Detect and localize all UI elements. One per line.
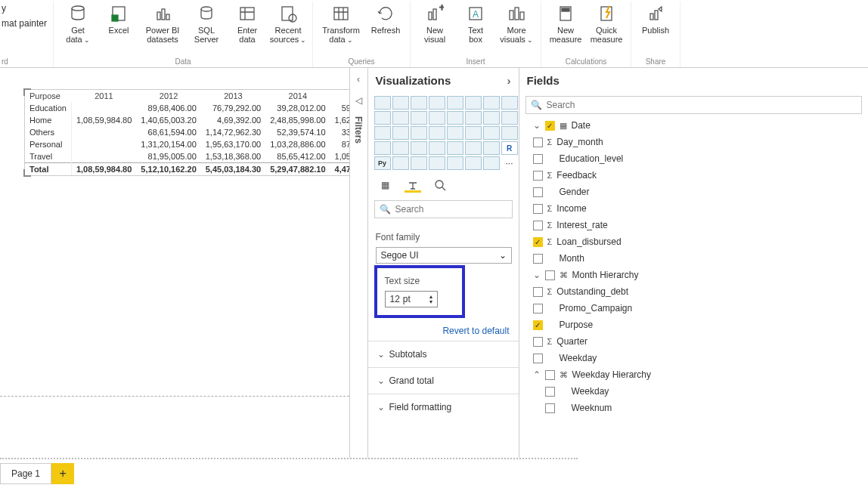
- viz-type-button[interactable]: [374, 141, 391, 155]
- checkbox-icon[interactable]: [533, 171, 543, 181]
- spinner-icon[interactable]: ▴▾: [429, 294, 432, 304]
- viz-type-button[interactable]: [483, 156, 500, 170]
- publish-button[interactable]: Publish: [637, 3, 674, 35]
- fields-tab-icon[interactable]: ▦: [377, 178, 394, 193]
- viz-type-button[interactable]: [483, 141, 500, 155]
- checkbox-icon[interactable]: [545, 403, 555, 413]
- add-page-button[interactable]: +: [51, 463, 74, 484]
- analytics-tab-icon[interactable]: [432, 178, 448, 193]
- viz-type-button[interactable]: [501, 111, 518, 125]
- field-formatting-accordion[interactable]: Field formatting: [368, 394, 519, 420]
- checkbox-icon[interactable]: [533, 304, 543, 313]
- field-item[interactable]: ΣQuarter: [519, 333, 869, 350]
- format-search-input[interactable]: [395, 204, 509, 215]
- viz-type-button[interactable]: [483, 111, 500, 125]
- format-painter-button-partial[interactable]: mat painter: [2, 18, 47, 29]
- copy-button-partial[interactable]: y: [2, 3, 6, 14]
- fields-search[interactable]: 🔍: [525, 96, 863, 114]
- fields-search-input[interactable]: [547, 100, 857, 110]
- checkbox-icon[interactable]: [533, 320, 543, 330]
- viz-type-button[interactable]: [465, 126, 482, 140]
- field-item[interactable]: ⌄⌘Month Hierarchy: [519, 267, 869, 283]
- field-item[interactable]: ⌄▦Date: [519, 117, 869, 134]
- viz-type-button[interactable]: [374, 126, 391, 140]
- selection-handle[interactable]: [23, 88, 31, 96]
- new-measure-button[interactable]: New measure: [547, 3, 584, 44]
- viz-type-button[interactable]: [411, 111, 427, 125]
- quick-measure-button[interactable]: Quick measure: [588, 3, 625, 44]
- field-item[interactable]: Purpose: [519, 317, 869, 333]
- viz-type-button[interactable]: [392, 156, 409, 170]
- viz-type-button[interactable]: [429, 126, 445, 140]
- viz-type-button[interactable]: [447, 156, 463, 170]
- transform-data-button[interactable]: Transform data: [319, 3, 363, 45]
- viz-type-button[interactable]: R: [501, 141, 518, 155]
- checkbox-icon[interactable]: [533, 221, 543, 230]
- format-search[interactable]: 🔍: [374, 200, 513, 218]
- checkbox-icon[interactable]: [545, 121, 555, 131]
- viz-type-button[interactable]: [501, 96, 518, 110]
- bookmark-icon[interactable]: ◁: [355, 95, 362, 106]
- report-canvas[interactable]: ↑ ↓ ↓↓ ⇊ ▽ ⛶ ··· Purpose2011201220132014…: [0, 68, 349, 458]
- field-item[interactable]: ΣOutstanding_debt: [519, 283, 869, 300]
- field-item[interactable]: Weekday: [519, 350, 869, 366]
- viz-type-button[interactable]: [429, 111, 445, 125]
- viz-type-button[interactable]: [483, 96, 500, 110]
- grand-total-accordion[interactable]: Grand total: [368, 367, 519, 394]
- viz-type-button[interactable]: [429, 156, 445, 170]
- viz-type-button[interactable]: [392, 96, 409, 110]
- viz-type-button[interactable]: [374, 96, 391, 110]
- sql-server-button[interactable]: SQL Server: [188, 3, 225, 45]
- page-tab[interactable]: Page 1: [0, 463, 51, 484]
- field-item[interactable]: ⌃⌘Weekday Hierarchy: [519, 366, 869, 383]
- viz-type-button[interactable]: Py: [374, 156, 391, 170]
- checkbox-icon[interactable]: [533, 237, 543, 247]
- checkbox-icon[interactable]: [533, 254, 543, 264]
- checkbox-icon[interactable]: [533, 204, 543, 214]
- viz-type-button[interactable]: [411, 156, 427, 170]
- refresh-button[interactable]: Refresh: [367, 3, 404, 45]
- checkbox-icon[interactable]: [533, 137, 543, 147]
- text-size-input[interactable]: 12 pt ▴▾: [385, 291, 438, 307]
- font-family-select[interactable]: Segoe UI ⌄: [376, 247, 512, 264]
- matrix-visual[interactable]: Purpose2011201220132014201520162017 Educ…: [24, 89, 349, 176]
- checkbox-icon[interactable]: [533, 154, 543, 164]
- text-box-button[interactable]: A Text box: [457, 3, 494, 45]
- viz-type-button[interactable]: [447, 96, 463, 110]
- viz-type-button[interactable]: [392, 141, 409, 155]
- more-visuals-button[interactable]: More visuals: [498, 3, 535, 45]
- viz-type-button[interactable]: [465, 141, 482, 155]
- field-item[interactable]: ΣFeedback: [519, 167, 869, 184]
- selection-handle[interactable]: [23, 169, 31, 177]
- viz-type-button[interactable]: [411, 96, 427, 110]
- checkbox-icon[interactable]: [533, 354, 543, 363]
- viz-type-button[interactable]: [392, 126, 409, 140]
- viz-type-button[interactable]: [374, 111, 391, 125]
- subtotals-accordion[interactable]: Subtotals: [368, 341, 519, 367]
- field-item[interactable]: ΣInterest_rate: [519, 217, 869, 233]
- field-item[interactable]: Education_level: [519, 150, 869, 167]
- viz-type-button[interactable]: [447, 141, 463, 155]
- field-item[interactable]: Month: [519, 250, 869, 267]
- field-item[interactable]: Promo_Campaign: [519, 300, 869, 317]
- viz-type-button[interactable]: [447, 111, 463, 125]
- viz-type-button[interactable]: [465, 156, 482, 170]
- checkbox-icon[interactable]: [533, 287, 543, 297]
- viz-type-button[interactable]: [429, 141, 445, 155]
- viz-type-button[interactable]: [465, 111, 482, 125]
- field-item[interactable]: Weeknum: [519, 400, 869, 416]
- checkbox-icon[interactable]: [545, 387, 555, 397]
- viz-type-button[interactable]: [465, 96, 482, 110]
- get-data-button[interactable]: Get data: [60, 3, 96, 45]
- enter-data-button[interactable]: Enter data: [229, 3, 265, 45]
- chevron-left-icon[interactable]: ‹: [357, 74, 360, 85]
- filters-pane-collapsed[interactable]: ‹ ◁ Filters: [349, 68, 367, 458]
- field-item[interactable]: Weekday: [519, 383, 869, 400]
- viz-type-button[interactable]: ···: [501, 156, 518, 170]
- viz-type-button[interactable]: [429, 96, 445, 110]
- chevron-right-icon[interactable]: ›: [507, 74, 511, 87]
- field-item[interactable]: ΣIncome: [519, 200, 869, 217]
- checkbox-icon[interactable]: [545, 370, 555, 380]
- viz-type-button[interactable]: [483, 126, 500, 140]
- checkbox-icon[interactable]: [545, 270, 555, 280]
